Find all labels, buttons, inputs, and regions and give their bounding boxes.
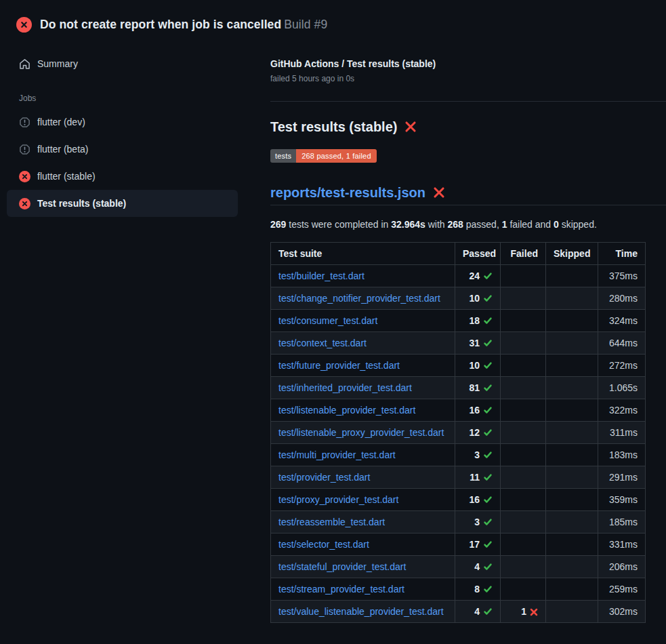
suite-link[interactable]: test/consumer_test.dart [278, 315, 377, 326]
skipped-cell [546, 444, 598, 466]
time-cell: 183ms [598, 444, 646, 466]
column-header-time: Time [598, 243, 646, 265]
suite-link[interactable]: test/selector_test.dart [278, 539, 369, 550]
results-table: Test suitePassedFailedSkippedTime test/b… [270, 242, 646, 623]
run-meta: failed 5 hours ago in 0s [270, 74, 666, 83]
time-cell: 324ms [598, 310, 646, 332]
passed-count: 4 [474, 606, 480, 617]
time-cell: 1.065s [598, 377, 646, 399]
failed-cell [501, 578, 546, 601]
cancelled-status-icon [19, 144, 30, 155]
failed-cell [501, 265, 546, 287]
suite-cell: test/consumer_test.dart [271, 310, 455, 332]
home-icon [19, 58, 30, 70]
skipped-cell [546, 489, 598, 511]
table-row: test/context_test.dart31644ms [271, 332, 646, 355]
time-cell: 322ms [598, 399, 646, 422]
header-divider [270, 101, 666, 102]
passed-count: 17 [469, 539, 480, 550]
suite-link[interactable]: test/listenable_provider_test.dart [278, 405, 415, 416]
table-row: test/proxy_provider_test.dart16359ms [271, 489, 646, 511]
skipped-cell [546, 377, 598, 399]
column-header-passed: Passed [455, 243, 501, 265]
suite-link[interactable]: test/change_notifier_provider_test.dart [278, 293, 440, 304]
passed-cell: 10 [455, 287, 501, 310]
sidebar-item-test-results-stable[interactable]: Test results (stable) [7, 190, 238, 217]
suite-cell: test/context_test.dart [271, 332, 455, 355]
passed-cell: 4 [455, 601, 501, 623]
check-icon [483, 271, 493, 281]
skipped-cell [546, 399, 598, 422]
passed-count: 8 [474, 584, 480, 595]
table-row: test/listenable_provider_test.dart16322m… [271, 399, 646, 422]
page-title: Do not create report when job is cancell… [40, 18, 281, 31]
check-icon [483, 584, 493, 594]
suite-link[interactable]: test/reassemble_test.dart [278, 517, 385, 527]
sidebar: Summary Jobs flutter (dev)flutter (beta)… [0, 38, 270, 217]
table-row: test/stateful_provider_test.dart4206ms [271, 556, 646, 578]
suite-link[interactable]: test/context_test.dart [278, 338, 367, 348]
suite-link[interactable]: test/provider_test.dart [278, 472, 370, 483]
failed-cell [501, 310, 546, 332]
passed-cell: 17 [455, 534, 501, 556]
sidebar-item-label: Summary [37, 58, 78, 69]
check-icon [483, 405, 493, 415]
suite-link[interactable]: test/stateful_provider_test.dart [278, 561, 406, 572]
suite-link[interactable]: test/proxy_provider_test.dart [278, 494, 398, 505]
skipped-cell [546, 332, 598, 355]
time-cell: 206ms [598, 556, 646, 578]
passed-count: 24 [469, 270, 480, 281]
suite-link[interactable]: test/builder_test.dart [278, 270, 365, 281]
passed-count: 10 [469, 293, 480, 304]
table-row: test/inherited_provider_test.dart811.065… [271, 377, 646, 399]
check-icon [483, 428, 493, 437]
failed-cell [501, 332, 546, 355]
failed-cell [501, 534, 546, 556]
suite-link[interactable]: test/listenable_proxy_provider_test.dart [278, 427, 444, 438]
suite-link[interactable]: test/value_listenable_provider_test.dart [278, 606, 444, 617]
suite-link[interactable]: test/stream_provider_test.dart [278, 584, 404, 595]
passed-cell: 3 [455, 444, 501, 466]
passed-cell: 24 [455, 265, 501, 287]
passed-cell: 3 [455, 511, 501, 534]
table-row: test/change_notifier_provider_test.dart1… [271, 287, 646, 310]
table-row: test/reassemble_test.dart3185ms [271, 511, 646, 534]
summary-line: 269 tests were completed in 32.964s with… [270, 219, 666, 230]
passed-count: 12 [469, 427, 480, 438]
time-cell: 302ms [598, 601, 646, 623]
check-icon [483, 294, 493, 303]
passed-count: 31 [469, 338, 480, 348]
cross-icon [530, 608, 538, 616]
table-row: test/listenable_proxy_provider_test.dart… [271, 422, 646, 444]
suite-link[interactable]: test/inherited_provider_test.dart [278, 382, 412, 393]
sidebar-item-flutter-beta[interactable]: flutter (beta) [7, 136, 238, 163]
failed-cell [501, 377, 546, 399]
suite-cell: test/stateful_provider_test.dart [271, 556, 455, 578]
sidebar-item-label: Test results (stable) [37, 198, 126, 209]
suite-cell: test/future_provider_test.dart [271, 355, 455, 377]
suite-link[interactable]: test/multi_provider_test.dart [278, 449, 396, 460]
section-title: Test results (stable) [270, 118, 666, 136]
passed-cell: 10 [455, 355, 501, 377]
suite-cell: test/listenable_provider_test.dart [271, 399, 455, 422]
skipped-cell [546, 265, 598, 287]
suite-cell: test/builder_test.dart [271, 265, 455, 287]
time-cell: 375ms [598, 265, 646, 287]
sidebar-item-flutter-stable[interactable]: flutter (stable) [7, 163, 238, 190]
time-cell: 331ms [598, 534, 646, 556]
passed-count: 3 [474, 517, 480, 527]
passed-cell: 8 [455, 578, 501, 601]
time-cell: 291ms [598, 466, 646, 489]
table-row: test/multi_provider_test.dart3183ms [271, 444, 646, 466]
failed-cell [501, 444, 546, 466]
sidebar-item-label: flutter (beta) [37, 144, 88, 155]
report-link[interactable]: reports/test-results.json [270, 185, 425, 200]
time-cell: 359ms [598, 489, 646, 511]
sidebar-item-summary[interactable]: Summary [7, 52, 238, 75]
suite-link[interactable]: test/future_provider_test.dart [278, 360, 400, 371]
sidebar-item-flutter-dev[interactable]: flutter (dev) [7, 108, 238, 136]
table-row: test/selector_test.dart17331ms [271, 534, 646, 556]
skipped-cell [546, 466, 598, 489]
failed-cell: 1 [501, 601, 546, 623]
table-row: test/builder_test.dart24375ms [271, 265, 646, 287]
